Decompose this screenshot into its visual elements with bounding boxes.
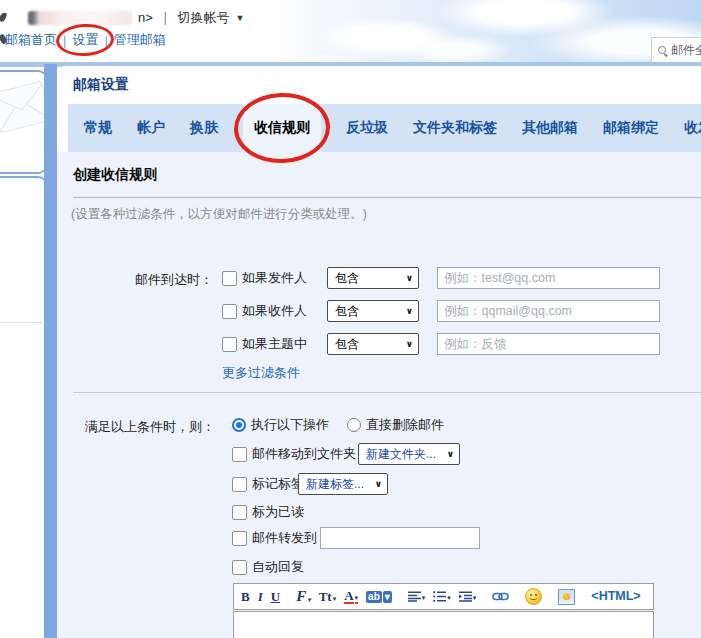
tab-skin[interactable]: 换肤 (190, 104, 218, 152)
section-underline (73, 197, 701, 198)
font-family-glyph: F (296, 589, 306, 604)
tab-mailbox-binding[interactable]: 邮箱绑定 (603, 104, 659, 152)
settings-tabbar: 常规 帐户 换肤 收信规则 反垃圾 文件夹和标签 其他邮箱 邮箱绑定 收发信设置 (68, 104, 701, 152)
recipient-value-input[interactable] (437, 300, 660, 322)
sender-operator-select[interactable]: 包含 ∨ (327, 267, 419, 289)
tab-account[interactable]: 帐户 (137, 104, 165, 152)
mark-read-checkbox[interactable] (232, 505, 247, 520)
sidebar-logo-panel (0, 70, 48, 174)
select-caret-icon: ∨ (447, 449, 454, 459)
emoticon-button[interactable] (525, 588, 542, 605)
tab-folders-labels[interactable]: 文件夹和标签 (413, 104, 497, 152)
html-mode-button[interactable]: <HTML> (591, 590, 640, 603)
insert-image-button[interactable] (558, 589, 575, 605)
align-icon (408, 591, 421, 602)
toolbar-caret-icon: ▾ (447, 595, 451, 602)
mark-read-label: 标为已读 (252, 503, 304, 521)
header-nav: 邮箱首页 | 设置 | 管理邮箱 (5, 31, 166, 49)
move-to-folder-row: 邮件移动到文件夹： (232, 443, 369, 465)
underline-button[interactable]: U (271, 590, 280, 603)
forward-label: 邮件转发到： (252, 529, 330, 547)
insert-link-button[interactable] (492, 592, 509, 601)
tab-antispam[interactable]: 反垃圾 (346, 104, 388, 152)
mail-search-box[interactable]: 邮件全 (651, 37, 701, 64)
subject-checkbox-label: 如果主题中 (242, 335, 307, 353)
nav-separator: | (63, 33, 66, 48)
subject-value-input[interactable] (437, 333, 660, 355)
font-family-button[interactable]: F▾ (296, 589, 311, 604)
italic-button[interactable]: I (258, 590, 263, 603)
condition-row-sender: 如果发件人 (222, 267, 307, 289)
font-color-glyph: A (344, 589, 353, 604)
subject-operator-select[interactable]: 包含 ∨ (327, 333, 419, 355)
section-separator (73, 392, 701, 393)
vertical-blue-bar (44, 64, 57, 638)
list-icon (433, 591, 446, 602)
tab-send-receive[interactable]: 收发信设置 (684, 104, 701, 152)
tab-general[interactable]: 常规 (84, 104, 112, 152)
search-placeholder-text: 邮件全 (671, 42, 701, 59)
search-icon (658, 46, 667, 55)
do-actions-radio-label: 执行以下操作 (251, 416, 329, 434)
delete-mail-radio-label: 直接删除邮件 (366, 416, 444, 434)
select-caret-icon: ∨ (406, 273, 413, 283)
qqmail-settings-page: n> ｜ 切换帐号 ▼ 邮箱首页 | 设置 | 管理邮箱 邮件全 邮 (0, 0, 701, 638)
account-divider: ｜ (159, 9, 172, 27)
indent-icon (459, 591, 472, 602)
tab-mail-rules-label: 收信规则 (254, 119, 310, 137)
more-filters-link[interactable]: 更多过滤条件 (222, 364, 300, 382)
list-button[interactable]: ▾ (433, 591, 451, 602)
sidebar-divider (0, 322, 42, 323)
tab-other-mailboxes[interactable]: 其他邮箱 (522, 104, 578, 152)
tab-mail-rules[interactable]: 收信规则 (243, 104, 321, 152)
switch-account-link[interactable]: 切换帐号 (178, 9, 230, 27)
sender-checkbox-label: 如果发件人 (242, 269, 307, 287)
align-button[interactable]: ▾ (408, 591, 426, 602)
sender-checkbox[interactable] (222, 271, 237, 286)
indent-button[interactable]: ▾ (459, 591, 477, 602)
subject-checkbox[interactable] (222, 337, 237, 352)
do-actions-radio[interactable] (232, 418, 246, 432)
recipient-operator-select[interactable]: 包含 ∨ (327, 300, 419, 322)
sky-clouds-banner (270, 0, 701, 62)
tag-select[interactable]: 新建标签... ∨ (298, 473, 388, 495)
account-line: n> ｜ 切换帐号 ▼ (28, 9, 244, 26)
autoreply-checkbox[interactable] (232, 560, 247, 575)
move-to-folder-checkbox[interactable] (232, 447, 247, 462)
page-title: 邮箱设置 (73, 76, 129, 94)
toolbar-caret-icon: ▾ (383, 591, 392, 603)
subject-operator-value: 包含 (335, 336, 359, 353)
delete-mail-radio[interactable] (347, 418, 361, 432)
account-suffix: n> (138, 10, 153, 25)
recipient-checkbox[interactable] (222, 304, 237, 319)
nav-mail-home-link[interactable]: 邮箱首页 (5, 31, 57, 49)
forward-checkbox[interactable] (232, 531, 247, 546)
action-radio-row: 执行以下操作 直接删除邮件 (232, 414, 444, 436)
font-size-button[interactable]: Tt▾ (319, 590, 337, 603)
nav-separator: | (104, 33, 107, 48)
arrive-when-label: 邮件到达时： (117, 271, 213, 289)
folder-select[interactable]: 新建文件夹... ∨ (358, 443, 460, 465)
folder-select-value: 新建文件夹... (366, 446, 436, 463)
sender-value-input[interactable] (437, 267, 660, 289)
select-caret-icon: ∨ (406, 306, 413, 316)
chevron-down-icon[interactable]: ▼ (236, 13, 245, 23)
tag-checkbox[interactable] (232, 477, 247, 492)
bold-button[interactable]: B (241, 590, 250, 603)
autoreply-row: 自动回复 (232, 558, 304, 576)
recipient-operator-value: 包含 (335, 303, 359, 320)
recipient-checkbox-label: 如果收件人 (242, 302, 307, 320)
autoreply-editor-textarea[interactable] (233, 611, 654, 638)
editor-toolbar: B I U F▾ Tt▾ A▾ ab▾ ▾ ▾ ▾ (233, 583, 654, 610)
redacted-email (28, 11, 132, 25)
nav-settings-link[interactable]: 设置 (72, 32, 98, 47)
toolbar-caret-icon: ▾ (307, 597, 311, 604)
nav-manage-mail-link[interactable]: 管理邮箱 (114, 31, 166, 49)
toolbar-caret-icon: ▾ (473, 595, 477, 602)
highlight-color-button[interactable]: ab▾ (366, 591, 392, 603)
settings-main-panel: 邮箱设置 常规 帐户 换肤 收信规则 反垃圾 文件夹和标签 其他邮箱 邮箱绑定 … (57, 66, 701, 638)
font-size-glyph: Tt (319, 590, 332, 603)
forward-row: 邮件转发到： (232, 527, 330, 549)
font-color-button[interactable]: A▾ (344, 589, 358, 604)
forward-address-input[interactable] (320, 527, 480, 549)
